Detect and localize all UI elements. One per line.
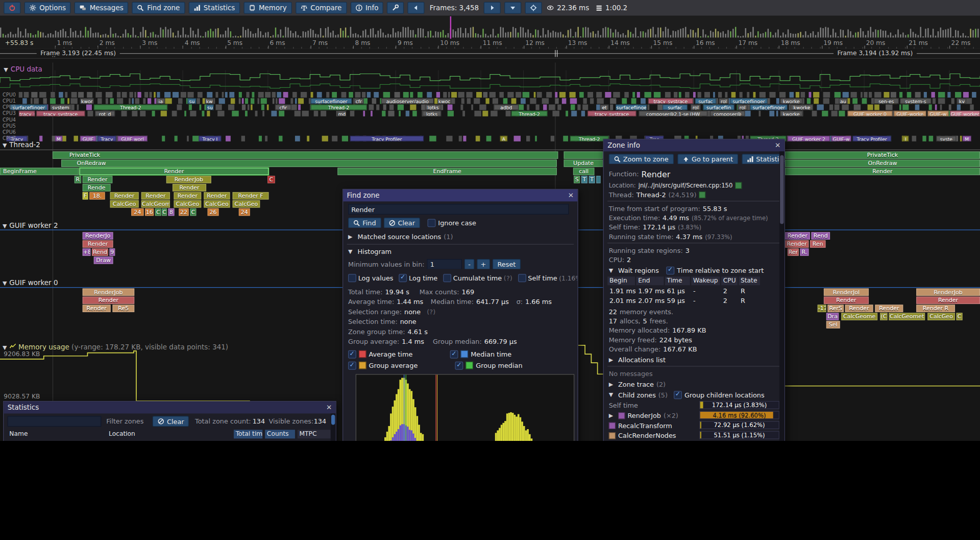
expand-icon[interactable]: ▶: [348, 233, 355, 240]
cpu-zone[interactable]: surfac: [695, 98, 717, 104]
timeline-zone[interactable]: +8: [83, 248, 91, 256]
timeline-zone[interactable]: Render: [110, 192, 139, 200]
column-header-name[interactable]: Name: [8, 430, 102, 438]
cpu-zone[interactable]: Thread-2: [311, 104, 367, 110]
timeline-zone[interactable]: Render: [174, 192, 201, 200]
time-ruler[interactable]: +55.83 s1 ms2 ms3 ms4 ms5 ms6 ms7 ms8 ms…: [0, 39, 980, 50]
column-header-mtpc[interactable]: MTPC: [298, 430, 333, 438]
timeline-zone[interactable]: C: [956, 313, 962, 320]
timeline-zone[interactable]: Render: [83, 176, 113, 183]
cpu-zone[interactable]: kw: [205, 98, 214, 104]
min-bin-input[interactable]: [427, 259, 462, 269]
power-button[interactable]: [4, 2, 20, 14]
prev-frame-button[interactable]: [408, 2, 425, 14]
timeline-zone[interactable]: RenderJol: [824, 288, 869, 296]
cpu-zone[interactable]: surfaceflinger: [616, 104, 647, 110]
cpu-zone[interactable]: Thread-2: [94, 104, 167, 110]
guif-worker-2-header[interactable]: ▼GUIF worker 2: [3, 221, 58, 229]
timeline-zone[interactable]: C: [162, 208, 167, 216]
statistics-scrollbar[interactable]: [331, 413, 336, 441]
cpu-zone[interactable]: syste: [936, 136, 956, 142]
timeline-zone[interactable]: 18.: [89, 192, 105, 200]
timeline-zone[interactable]: OnRedraw: [785, 159, 980, 167]
timeline-zone[interactable]: R: [75, 176, 81, 183]
compare-button[interactable]: Compare: [296, 2, 347, 14]
timeline-zone[interactable]: 24: [239, 208, 250, 216]
timeline-zone[interactable]: CalcGeo: [174, 200, 201, 208]
cpu-zone[interactable]: system: [50, 104, 71, 110]
cpu-zone[interactable]: lgtks: [425, 104, 442, 110]
collapse-icon[interactable]: ▼: [609, 267, 616, 273]
timeline-zone[interactable]: T: [581, 176, 587, 183]
min-bin-increase-button[interactable]: +: [477, 259, 489, 269]
close-icon[interactable]: ✕: [775, 142, 780, 150]
timeline-zone[interactable]: 16: [145, 208, 154, 216]
cpu-zone[interactable]: ja: [156, 98, 165, 104]
timeline-zone[interactable]: Render: [785, 232, 810, 240]
log-values-checkbox[interactable]: [348, 274, 356, 282]
cpu-zone[interactable]: kv: [958, 98, 966, 104]
wait-column-time[interactable]: Time: [665, 276, 690, 285]
cpu-zone[interactable]: adbd: [494, 104, 519, 110]
timeline-zone[interactable]: C: [190, 208, 196, 216]
child-zone-row[interactable]: ▶RenderJob(×2)4.16 ms (92.60%): [604, 410, 785, 420]
find-zone-titlebar[interactable]: Find zone ✕: [343, 190, 577, 201]
cpu-zone[interactable]: kworke: [780, 98, 802, 104]
find-zone-histogram[interactable]: [356, 374, 575, 441]
timeline-zone[interactable]: CalcGeomet: [889, 313, 925, 320]
timeline-zone[interactable]: Render: [204, 192, 230, 200]
zone-statistics-button[interactable]: Statistics: [742, 154, 785, 164]
frame-label[interactable]: Frame 3,193 (22.45 ms): [37, 50, 119, 56]
cpu-zone[interactable]: rot_d: [95, 111, 115, 116]
timeline-zone[interactable]: CalcGeome: [841, 313, 877, 320]
tools-button[interactable]: [387, 2, 404, 14]
timeline-zone[interactable]: Render: [875, 304, 903, 312]
cpu-zone[interactable]: kwor: [80, 98, 94, 104]
cpu-zone[interactable]: GUIF: [80, 136, 96, 142]
timeline-zone[interactable]: RerS: [827, 304, 844, 312]
timeline-zone[interactable]: [596, 176, 601, 183]
timeline-zone[interactable]: Draw: [94, 256, 113, 264]
cpu-zone[interactable]: surfaceflinger: [750, 104, 787, 110]
cpu-zone[interactable]: Tracy I: [199, 136, 221, 142]
child-zone-row[interactable]: Self time172.14 μs (3.83%): [604, 401, 785, 411]
cpu-zone[interactable]: surfaceflinger: [730, 98, 767, 104]
location-value[interactable]: jni/../jni/src/guif/Screen.cpp:150: [639, 182, 733, 189]
column-header-total-tim[interactable]: Total tim: [234, 430, 262, 438]
collapse-icon[interactable]: ▼: [3, 223, 9, 229]
cpu-zone[interactable]: kwoc: [437, 98, 451, 104]
guif-worker-0-header[interactable]: ▼GUIF worker 0: [3, 279, 58, 287]
timeline-zone[interactable]: Update: [564, 159, 603, 167]
timeline-zone[interactable]: OnRedraw: [61, 159, 557, 167]
statistics-titlebar[interactable]: Statistics ✕: [4, 402, 335, 413]
cpu-zone[interactable]: kworke: [780, 111, 802, 116]
child-zone-row[interactable]: CalcRenderNodes51.51 μs (1.15%): [604, 430, 785, 440]
child-zone-row[interactable]: Submit35.63 μs (0.79%): [604, 440, 785, 441]
cpu-zone[interactable]: tracy_systrace: [587, 111, 636, 116]
cpu-zone[interactable]: Tracy Profiler: [852, 136, 891, 142]
reset-button[interactable]: Reset: [493, 259, 521, 269]
timeline-zone[interactable]: T: [589, 176, 595, 183]
wait-column-state[interactable]: State: [739, 276, 760, 285]
series-checkbox-2[interactable]: [348, 361, 356, 369]
timeline-zone[interactable]: Rende: [83, 184, 111, 192]
timeline-zone[interactable]: EndFrame: [337, 168, 557, 175]
cpu-zone[interactable]: GUIF-worke: [894, 111, 926, 116]
statistics-button[interactable]: Statistics: [188, 2, 240, 14]
timeline-zone[interactable]: Render: [916, 296, 980, 304]
group-children-checkbox[interactable]: [674, 391, 682, 399]
timeline-zone[interactable]: Render: [83, 296, 135, 304]
cpu-zone[interactable]: kworke: [791, 104, 813, 110]
filter-zones-input[interactable]: [8, 416, 102, 427]
cpu-zone[interactable]: au: [839, 98, 847, 104]
next-frame-button[interactable]: [484, 2, 501, 14]
cpu-zone[interactable]: GUIF worker 1: [950, 111, 980, 116]
timeline-zone[interactable]: Ren: [810, 240, 826, 248]
self-time-checkbox[interactable]: [518, 274, 526, 282]
collapse-icon[interactable]: ▼: [4, 66, 10, 73]
timeline-zone[interactable]: RenderJo: [83, 232, 113, 240]
timeline-zone[interactable]: 9: [109, 248, 115, 256]
timeline-zone[interactable]: PrivateTick: [53, 151, 558, 159]
timeline-zone[interactable]: Render: [141, 192, 170, 200]
cpu-zone[interactable]: composer@: [710, 111, 745, 116]
